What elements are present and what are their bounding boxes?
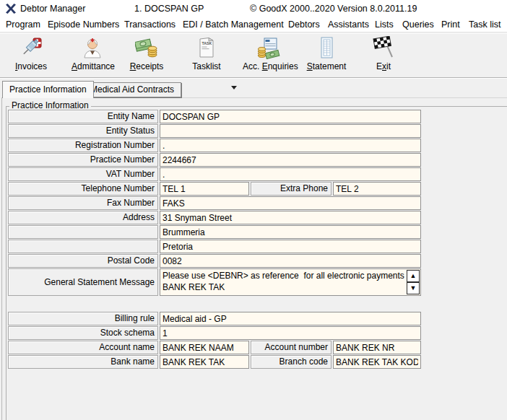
admittance-button-label: Admittance xyxy=(72,61,113,71)
address-line3-label xyxy=(8,240,158,253)
svg-text:TASK: TASK xyxy=(202,41,212,45)
title-bar: Debtor Manager 1. DOCSPAN GP © GoodX 200… xyxy=(0,0,507,17)
goodx-x-logo-icon xyxy=(5,3,17,14)
fax-number-input[interactable] xyxy=(160,196,421,210)
fax-number-label: Fax Number xyxy=(8,196,158,210)
invoices-button-label: Invoices xyxy=(10,61,52,71)
statement-message-line1: Please use <DEBNR> as reference for all … xyxy=(162,270,406,281)
invoices-syringe-icon xyxy=(20,36,43,59)
scroll-down-arrow-icon: ▼ xyxy=(410,284,417,292)
entity-status-label: Entity Status xyxy=(8,124,158,138)
account-enquiries-icon xyxy=(257,36,280,59)
copyright-version-text: © GoodX 2000..2020 Version 8.0.2011.19 xyxy=(250,4,417,14)
telephone-number-input[interactable] xyxy=(160,182,249,196)
menu-lists[interactable]: Lists xyxy=(375,19,394,30)
entity-name-label: Entity Name xyxy=(8,110,158,123)
menu-episode-numbers[interactable]: Episode Numbers xyxy=(48,19,119,30)
account-name-input[interactable] xyxy=(160,341,249,354)
menu-edi-batch-management[interactable]: EDI / Batch Management xyxy=(183,19,284,30)
tasklist-page-icon: TASK xyxy=(195,36,218,59)
account-number-label: Account number xyxy=(251,341,332,354)
menu-transactions[interactable]: Transactions xyxy=(124,19,176,30)
general-statement-message-box[interactable]: Please use <DEBNR> as reference for all … xyxy=(160,268,421,296)
exit-button-label: Exit xyxy=(365,61,402,71)
entity-status-input[interactable] xyxy=(160,124,421,138)
statement-message-line2: BANK REK TAK xyxy=(162,281,406,293)
receipts-button-label: Receipts xyxy=(127,61,166,71)
extra-phone-number-label: Extra Phone Number xyxy=(251,182,332,196)
postal-code-label: Postal Code xyxy=(8,254,158,268)
scroll-down-button[interactable]: ▼ xyxy=(407,282,420,294)
invoices-button[interactable]: Invoices xyxy=(10,36,52,75)
admittance-button[interactable]: Admittance xyxy=(72,36,113,75)
registration-number-input[interactable] xyxy=(160,139,421,152)
scroll-up-button[interactable]: ▲ xyxy=(407,270,420,282)
admittance-nurse-icon xyxy=(81,36,104,59)
toolbar: Invoices Admittance xyxy=(0,33,507,78)
general-statement-message-label: General Statement Message xyxy=(8,268,158,296)
address-line1-input[interactable] xyxy=(160,211,421,224)
account-number-input[interactable] xyxy=(333,341,421,354)
receipts-button[interactable]: Receipts xyxy=(127,36,166,75)
address-label: Address xyxy=(8,211,158,224)
tab-practice-information[interactable]: Practice Information xyxy=(2,81,94,98)
vat-number-input[interactable] xyxy=(160,167,421,181)
exit-checkered-flag-icon xyxy=(372,36,395,59)
telephone-number-label: Telephone Number xyxy=(8,182,158,196)
statement-button-label: Statement xyxy=(306,61,347,71)
billing-rule-input[interactable] xyxy=(160,312,421,325)
menu-print[interactable]: Print xyxy=(441,19,460,30)
address-line3-input[interactable] xyxy=(160,240,421,253)
menu-program[interactable]: Program xyxy=(6,19,40,30)
current-entity-title: 1. DOCSPAN GP xyxy=(134,4,204,14)
extra-phone-number-input[interactable] xyxy=(333,182,421,196)
scroll-up-arrow-icon: ▲ xyxy=(410,272,417,279)
acc-enquiries-button[interactable]: Acc. Enquiries xyxy=(243,36,295,75)
entity-name-input[interactable] xyxy=(160,110,421,123)
tasklist-dropdown-arrow-icon[interactable] xyxy=(231,86,237,89)
vat-number-label: VAT Number xyxy=(8,167,158,181)
registration-number-label: Registration Number xyxy=(8,139,158,152)
branch-code-input[interactable] xyxy=(333,355,421,369)
statement-ledger-icon xyxy=(315,36,338,59)
menu-task-list[interactable]: Task list xyxy=(469,19,500,30)
stock-schema-label: Stock schema xyxy=(8,326,158,340)
receipts-money-icon xyxy=(135,36,158,59)
postal-code-input[interactable] xyxy=(160,254,421,268)
menu-debtors[interactable]: Debtors xyxy=(288,19,320,30)
tasklist-button[interactable]: TASK Tasklist xyxy=(189,36,224,75)
billing-rule-label: Billing rule xyxy=(8,312,158,325)
account-name-label: Account name xyxy=(8,341,158,354)
app-title: Debtor Manager xyxy=(20,4,85,14)
address-line2-label xyxy=(8,225,158,239)
statement-button[interactable]: Statement xyxy=(306,36,347,75)
menu-bar: Program Episode Numbers Transactions EDI… xyxy=(0,17,507,32)
bank-name-label: Bank name xyxy=(8,355,158,369)
practice-number-label: Practice Number xyxy=(8,153,158,167)
groupbox-legend: Practice Information xyxy=(9,100,91,110)
acc-enquiries-button-label: Acc. Enquiries xyxy=(243,61,295,71)
tab-medical-aid-contracts[interactable]: Medical Aid Contracts xyxy=(83,82,181,97)
practice-number-input[interactable] xyxy=(160,153,421,167)
stock-schema-input[interactable] xyxy=(160,326,421,340)
tasklist-button-label: Tasklist xyxy=(189,61,224,71)
debtor-manager-window: Debtor Manager 1. DOCSPAN GP © GoodX 200… xyxy=(0,0,507,420)
address-line2-input[interactable] xyxy=(160,225,421,239)
menu-assistants[interactable]: Assistants xyxy=(328,19,369,30)
branch-code-label: Branch code xyxy=(251,355,332,369)
bank-name-input[interactable] xyxy=(160,355,249,369)
menu-queries[interactable]: Queries xyxy=(402,19,434,30)
exit-button[interactable]: Exit xyxy=(365,36,402,75)
